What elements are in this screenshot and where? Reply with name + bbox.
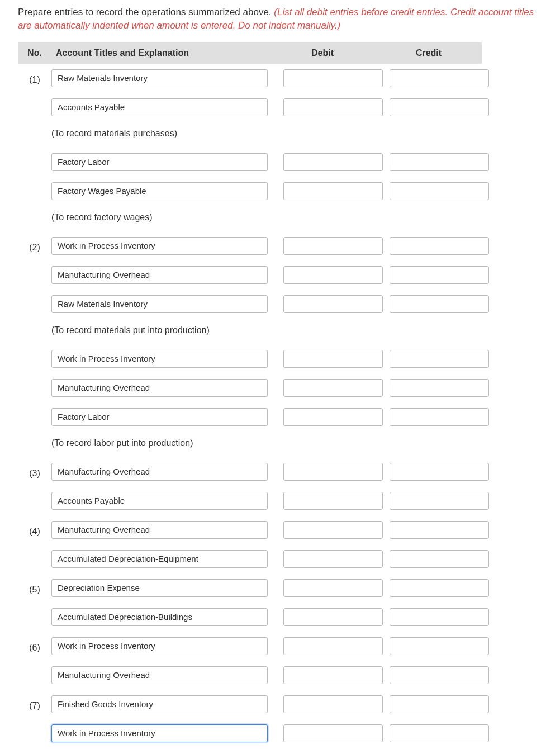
entry-number	[18, 661, 51, 672]
debit-input[interactable]	[283, 182, 383, 200]
debit-input[interactable]	[283, 295, 383, 313]
account-title-input[interactable]	[51, 408, 268, 426]
account-title-input[interactable]	[51, 637, 268, 655]
credit-input[interactable]	[390, 153, 489, 171]
entry-number	[18, 344, 51, 355]
entry-number: (1)	[18, 64, 51, 85]
account-title-input[interactable]	[51, 579, 268, 597]
instructions: Prepare entries to record the operations…	[18, 6, 543, 32]
credit-input[interactable]	[390, 550, 489, 568]
debit-input[interactable]	[283, 237, 383, 255]
instructions-text: Prepare entries to record the operations…	[18, 7, 274, 17]
account-title-input[interactable]	[51, 295, 268, 313]
account-title-input[interactable]	[51, 237, 268, 255]
entry-number	[18, 402, 51, 414]
credit-input[interactable]	[390, 295, 489, 313]
explanation-text: (To record labor put into production)	[51, 432, 482, 457]
account-title-input[interactable]	[51, 379, 268, 397]
account-title-input[interactable]	[51, 69, 268, 87]
entry-number	[18, 544, 51, 556]
debit-input[interactable]	[283, 266, 383, 284]
entry-number	[18, 719, 51, 730]
debit-input[interactable]	[283, 550, 383, 568]
entry-number	[18, 93, 51, 104]
entry-number	[18, 603, 51, 614]
entry-number	[18, 148, 51, 159]
debit-input[interactable]	[283, 379, 383, 397]
credit-input[interactable]	[390, 521, 489, 539]
debit-input[interactable]	[283, 521, 383, 539]
entry-number	[18, 290, 51, 301]
credit-input[interactable]	[390, 350, 489, 368]
account-title-input[interactable]	[51, 153, 268, 171]
credit-input[interactable]	[390, 579, 489, 597]
debit-input[interactable]	[283, 637, 383, 655]
credit-input[interactable]	[390, 463, 489, 481]
debit-input[interactable]	[283, 350, 383, 368]
header-no: No.	[18, 42, 51, 64]
entry-number: (7)	[18, 690, 51, 711]
explanation-text: (To record factory wages)	[51, 206, 482, 231]
entry-number: (6)	[18, 632, 51, 653]
account-title-input[interactable]	[51, 608, 268, 626]
debit-input[interactable]	[283, 463, 383, 481]
account-title-input[interactable]	[51, 492, 268, 510]
credit-input[interactable]	[390, 266, 489, 284]
credit-input[interactable]	[390, 69, 489, 87]
debit-input[interactable]	[283, 408, 383, 426]
debit-input[interactable]	[283, 492, 383, 510]
account-title-input[interactable]	[51, 724, 268, 742]
credit-input[interactable]	[390, 98, 489, 116]
header-title: Account Titles and Explanation	[51, 42, 269, 64]
credit-input[interactable]	[390, 695, 489, 713]
debit-input[interactable]	[283, 724, 383, 742]
account-title-input[interactable]	[51, 521, 268, 539]
entry-number	[18, 486, 51, 497]
credit-input[interactable]	[390, 237, 489, 255]
debit-input[interactable]	[283, 666, 383, 684]
entry-number	[18, 260, 51, 272]
credit-input[interactable]	[390, 408, 489, 426]
account-title-input[interactable]	[51, 463, 268, 481]
credit-input[interactable]	[390, 637, 489, 655]
entry-number: (3)	[18, 457, 51, 478]
entry-number: (5)	[18, 573, 51, 595]
debit-input[interactable]	[283, 608, 383, 626]
credit-input[interactable]	[390, 492, 489, 510]
account-title-input[interactable]	[51, 266, 268, 284]
header-debit: Debit	[269, 42, 376, 64]
credit-input[interactable]	[390, 182, 489, 200]
account-title-input[interactable]	[51, 666, 268, 684]
debit-input[interactable]	[283, 98, 383, 116]
debit-input[interactable]	[283, 69, 383, 87]
debit-input[interactable]	[283, 695, 383, 713]
entry-number: (4)	[18, 515, 51, 537]
account-title-input[interactable]	[51, 695, 268, 713]
credit-input[interactable]	[390, 666, 489, 684]
entry-number	[18, 177, 51, 188]
account-title-input[interactable]	[51, 98, 268, 116]
credit-input[interactable]	[390, 608, 489, 626]
credit-input[interactable]	[390, 724, 489, 742]
account-title-input[interactable]	[51, 550, 268, 568]
explanation-text: (To record materials put into production…	[51, 319, 482, 344]
account-title-input[interactable]	[51, 350, 268, 368]
explanation-text: (To record materials purchases)	[51, 122, 482, 148]
header-credit: Credit	[376, 42, 482, 64]
account-title-input[interactable]	[51, 182, 268, 200]
entry-number	[18, 373, 51, 385]
entry-number: (2)	[18, 231, 51, 253]
debit-input[interactable]	[283, 579, 383, 597]
credit-input[interactable]	[390, 379, 489, 397]
debit-input[interactable]	[283, 153, 383, 171]
